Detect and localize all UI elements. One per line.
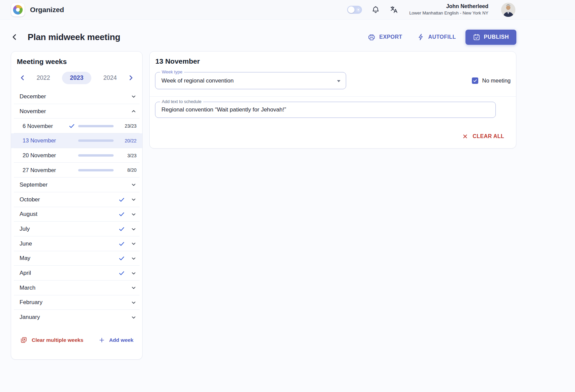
week-detail-panel: 13 November Week type Week of regional c… (149, 51, 516, 149)
chevron-down-icon[interactable] (130, 299, 137, 306)
chevron-down-icon[interactable] (130, 196, 137, 203)
week-count: 20/22 (114, 138, 137, 143)
month-check-icon (118, 255, 125, 262)
chevron-down-icon[interactable] (130, 182, 137, 188)
week-row[interactable]: 20 November 3/23 (11, 148, 142, 163)
month-row[interactable]: October (11, 192, 142, 207)
prev-year-button[interactable] (19, 74, 27, 82)
month-row[interactable]: February (11, 295, 142, 310)
week-label: 20 November (23, 152, 68, 159)
publish-label: PUBLISH (484, 34, 509, 40)
sidebar-title: Meeting weeks (11, 52, 142, 66)
year-tab-prev[interactable]: 2022 (36, 74, 50, 81)
calendar-check-icon (473, 33, 480, 41)
month-label: June (20, 240, 118, 247)
page-title: Plan midweek meeting (28, 32, 120, 42)
back-button[interactable] (10, 33, 19, 41)
chevron-down-icon[interactable] (130, 240, 137, 247)
clear-weeks-icon (20, 336, 27, 344)
month-check-icon (118, 226, 125, 232)
no-meeting-control[interactable]: No meeting (472, 77, 511, 84)
month-label: August (20, 211, 118, 218)
meeting-weeks-panel: Meeting weeks 2022 2023 2024 December No… (11, 51, 143, 360)
month-row[interactable]: April (11, 266, 142, 281)
month-row[interactable]: August (11, 207, 142, 222)
user-info[interactable]: John Netherleed Lower Manhattan English … (409, 3, 488, 16)
chevron-down-icon[interactable] (130, 270, 137, 276)
printer-icon (368, 33, 375, 41)
month-check-icon (118, 240, 125, 247)
translate-icon (390, 5, 398, 14)
month-row[interactable]: September (11, 177, 142, 192)
autofill-button[interactable]: AUTOFILL (417, 33, 456, 41)
month-label: February (20, 299, 130, 306)
publish-button[interactable]: PUBLISH (465, 30, 516, 45)
month-label: September (20, 182, 130, 188)
month-label: January (20, 314, 130, 321)
sidebar-footer: Clear multiple weeks Add week (20, 334, 133, 346)
week-count: 8/20 (114, 167, 137, 173)
chevron-right-icon (127, 74, 134, 81)
clear-all-label: CLEAR ALL (473, 133, 504, 139)
month-row[interactable]: July (11, 222, 142, 236)
no-meeting-checkbox[interactable] (472, 77, 478, 84)
month-check-icon (118, 270, 125, 276)
chevron-down-icon[interactable] (130, 314, 137, 321)
year-tab-selected[interactable]: 2023 (62, 72, 91, 84)
user-congregation: Lower Manhattan English - New York NY (409, 10, 488, 16)
week-label: 13 November (23, 137, 68, 144)
chevron-left-icon (19, 74, 26, 81)
autofill-label: AUTOFILL (428, 34, 456, 40)
avatar[interactable] (501, 3, 515, 17)
week-label: 6 November (23, 123, 68, 129)
week-type-value: Week of regional convention (161, 77, 234, 84)
toggle-knob (348, 6, 355, 13)
next-year-button[interactable] (127, 74, 135, 82)
language-button[interactable] (389, 5, 398, 14)
chevron-down-icon[interactable] (130, 255, 137, 262)
month-list: December November 6 November 23/23 13 No… (11, 89, 142, 325)
month-row[interactable]: June (11, 236, 142, 251)
week-count: 23/23 (114, 123, 137, 129)
check-icon (473, 78, 477, 83)
year-tab-next[interactable]: 2024 (103, 74, 117, 81)
week-progress-bar (78, 125, 114, 127)
chevron-down-icon[interactable] (130, 108, 137, 115)
week-row[interactable]: 13 November 20/22 (11, 133, 142, 148)
dropdown-caret-icon (337, 80, 340, 82)
export-button[interactable]: EXPORT (368, 33, 402, 41)
week-progress-bar (78, 139, 114, 142)
week-progress-bar (78, 169, 114, 171)
month-check-icon (118, 211, 125, 218)
clear-multiple-weeks-label: Clear multiple weeks (32, 337, 83, 343)
add-week-label: Add week (109, 337, 133, 343)
month-row[interactable]: March (11, 281, 142, 295)
week-progress-bar (78, 154, 114, 157)
month-row[interactable]: May (11, 251, 142, 266)
week-row[interactable]: 6 November 23/23 (11, 119, 142, 133)
schedule-text-input[interactable] (155, 102, 495, 118)
schedule-text-label: Add text to schedule (160, 99, 203, 104)
user-name: John Netherleed (409, 3, 488, 10)
theme-toggle[interactable] (347, 6, 362, 14)
week-label: 27 November (23, 167, 68, 173)
chevron-down-icon[interactable] (130, 226, 137, 232)
clear-all-button[interactable]: CLEAR ALL (462, 133, 504, 139)
month-row[interactable]: December (11, 89, 142, 104)
week-type-select[interactable]: Week type Week of regional convention (155, 72, 346, 89)
week-row[interactable]: 27 November 8/20 (11, 163, 142, 177)
add-week-button[interactable]: Add week (98, 337, 133, 344)
notifications-button[interactable] (371, 5, 380, 14)
app-logo-icon[interactable] (11, 3, 25, 17)
month-row[interactable]: November (11, 104, 142, 119)
chevron-down-icon[interactable] (130, 211, 137, 218)
schedule-text-field: Add text to schedule (155, 102, 496, 118)
clear-multiple-weeks-button[interactable]: Clear multiple weeks (20, 336, 83, 344)
chevron-down-icon[interactable] (130, 285, 137, 291)
chevron-down-icon[interactable] (130, 93, 137, 100)
month-row[interactable]: January (11, 310, 142, 325)
month-label: November (20, 108, 130, 115)
week-check-icon (68, 123, 75, 129)
top-bar: Organized (0, 0, 575, 20)
export-label: EXPORT (379, 34, 402, 40)
